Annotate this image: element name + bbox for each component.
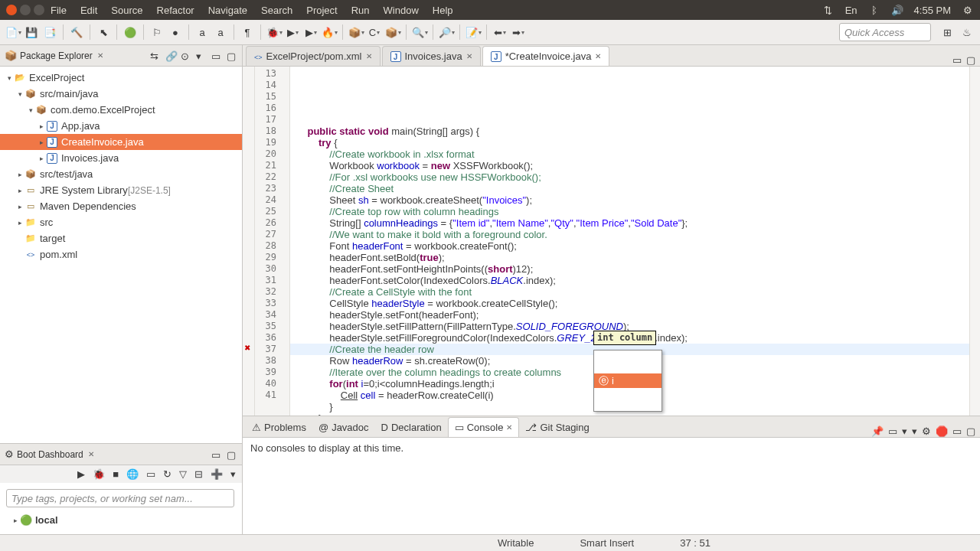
boot-stop-icon[interactable]: ■ [113, 468, 119, 480]
language-indicator[interactable]: En [845, 4, 858, 16]
annotation-prev-button[interactable]: a [212, 24, 229, 41]
tree-item[interactable]: ▾com.demo.ExcelProject [0, 102, 242, 118]
maximize-view-icon[interactable]: ▢ [227, 51, 237, 61]
tree-item[interactable]: ▸Maven Dependencies [0, 198, 242, 214]
tree-item[interactable]: ▸src/test/java [0, 166, 242, 182]
boot-menu-icon[interactable]: ▾ [230, 468, 236, 480]
console-pin-icon[interactable]: 📌 [871, 425, 884, 437]
console-prefs-icon[interactable]: ⚙ [922, 425, 931, 437]
maximize-boot-icon[interactable]: ▢ [227, 449, 237, 460]
tree-toggle-icon[interactable]: ▸ [37, 122, 46, 130]
tree-toggle-icon[interactable]: ▾ [26, 106, 35, 114]
tree-toggle-icon[interactable]: ▸ [15, 219, 24, 227]
package-explorer-tree[interactable]: ▾ExcelProject▾src/main/java▾com.demo.Exc… [0, 67, 242, 443]
tree-item[interactable]: ▸App.java [0, 118, 242, 134]
boot-collapse-icon[interactable]: ⊟ [194, 468, 203, 480]
run-button[interactable]: ▶ [284, 24, 301, 41]
editor-tab[interactable]: *CreateInvoice.java✕ [482, 46, 610, 66]
boot-refresh-icon[interactable]: ↻ [163, 468, 172, 480]
menu-run[interactable]: Run [351, 5, 370, 16]
console-open-icon[interactable]: ▾ [912, 425, 917, 437]
open-type-button[interactable]: 🔍 [411, 24, 428, 41]
code-editor[interactable]: 13 14 15 16 17 18 19 20 21 22 23 24 25 2… [243, 67, 980, 416]
maximize-icon[interactable] [34, 5, 44, 15]
minimize-view-icon[interactable]: ▭ [211, 51, 222, 61]
tree-item[interactable]: ▾ExcelProject [0, 70, 242, 86]
boot-add-icon[interactable]: ➕ [211, 468, 223, 480]
menu-navigate[interactable]: Navigate [208, 5, 247, 16]
clock[interactable]: 4:55 PM [914, 5, 951, 16]
build-button[interactable]: 🔨 [68, 24, 85, 41]
tree-item[interactable]: target [0, 230, 242, 246]
boot-debug-icon[interactable]: 🐞 [93, 468, 105, 480]
quick-access-input[interactable]: Quick Access [839, 23, 931, 41]
run-last-button[interactable]: 🔥 [321, 24, 338, 41]
volume-icon[interactable]: 🔊 [891, 4, 903, 16]
bottom-tab-git-staging[interactable]: ⎇Git Staging [519, 417, 595, 437]
minimize-boot-icon[interactable]: ▭ [211, 449, 222, 460]
overview-ruler[interactable] [969, 67, 980, 416]
power-icon[interactable]: ⚙ [962, 4, 974, 16]
tab-close-icon[interactable]: ✕ [506, 423, 512, 432]
menu-source[interactable]: Source [111, 5, 142, 16]
show-whitespace-button[interactable]: ¶ [239, 24, 256, 41]
annotation-next-button[interactable]: a [194, 24, 211, 41]
tab-close-icon[interactable]: ✕ [466, 52, 472, 60]
tree-toggle-icon[interactable]: ▸ [37, 139, 46, 146]
tree-toggle-icon[interactable]: ▸ [15, 187, 24, 194]
new-button[interactable]: 📄 [5, 24, 21, 41]
tree-item[interactable]: ▸Invoices.java [0, 150, 242, 166]
bottom-tab-declaration[interactable]: DDeclaration [375, 417, 448, 437]
coverage-button[interactable]: ▶ [302, 24, 319, 41]
autocomplete-popup[interactable]: ⓔ i [593, 350, 662, 412]
boot-local-item[interactable]: ▸ 🟢 local [6, 512, 236, 528]
view-menu-icon[interactable]: ▾ [196, 51, 207, 61]
menu-search[interactable]: Search [261, 5, 292, 16]
menu-refactor[interactable]: Refactor [157, 5, 194, 16]
console-new-icon[interactable]: ▾ [902, 425, 907, 437]
new-java-button[interactable]: 📦 [348, 24, 364, 41]
bottom-maximize-icon[interactable]: ▢ [966, 425, 975, 437]
code-area[interactable]: int column ⓔ i public static void main(S… [290, 67, 969, 416]
pointer-icon[interactable]: ⬉ [95, 24, 112, 41]
bottom-tab-console[interactable]: ▭Console ✕ [448, 417, 520, 437]
close-icon[interactable] [6, 5, 17, 15]
java-perspective-button[interactable]: ♨ [959, 24, 975, 41]
boot-filter-input[interactable]: Type tags, projects, or working set nam.… [6, 489, 234, 507]
tree-toggle-icon[interactable]: ▸ [15, 203, 24, 210]
menu-window[interactable]: Window [384, 5, 419, 16]
tree-item[interactable]: ▸JRE System Library [J2SE-1.5] [0, 182, 242, 198]
console-stop-icon[interactable]: 🛑 [936, 425, 948, 437]
tree-item[interactable]: ▸src [0, 214, 242, 230]
tree-toggle-icon[interactable]: ▾ [5, 74, 14, 82]
bottom-minimize-icon[interactable]: ▭ [952, 425, 962, 437]
new-class-button[interactable]: C [366, 24, 383, 41]
close-boot-view-icon[interactable]: ✕ [88, 450, 94, 458]
tree-toggle-icon[interactable]: ▾ [15, 90, 24, 98]
boot-filter-icon[interactable]: ▽ [179, 468, 187, 480]
save-all-button[interactable]: 📑 [41, 24, 58, 41]
back-button[interactable]: ⬅ [492, 24, 508, 41]
menu-edit[interactable]: Edit [80, 5, 97, 16]
editor-minimize-icon[interactable]: ▭ [952, 54, 962, 66]
tasks-button[interactable]: 📝 [465, 24, 482, 41]
editor-maximize-icon[interactable]: ▢ [966, 54, 975, 66]
autocomplete-item[interactable]: ⓔ i [594, 373, 662, 388]
tab-close-icon[interactable]: ✕ [366, 52, 372, 60]
search-button[interactable]: 🔎 [438, 24, 455, 41]
tree-item[interactable]: pom.xml [0, 246, 242, 262]
focus-icon[interactable]: ⊙ [181, 51, 191, 61]
tree-toggle-icon[interactable]: ▸ [37, 155, 46, 162]
menu-help[interactable]: Help [433, 5, 453, 16]
bluetooth-icon[interactable]: ᛒ [868, 4, 880, 16]
link-editor-icon[interactable]: 🔗 [165, 51, 176, 61]
tab-close-icon[interactable]: ✕ [595, 52, 601, 60]
collapse-all-icon[interactable]: ⇆ [150, 51, 161, 61]
console-display-icon[interactable]: ▭ [888, 425, 897, 437]
forward-button[interactable]: ➡ [510, 24, 527, 41]
menu-file[interactable]: File [51, 5, 67, 16]
open-perspective-button[interactable]: ⊞ [939, 24, 956, 41]
close-view-icon[interactable]: ✕ [97, 51, 103, 60]
boot-browser-icon[interactable]: 🌐 [126, 468, 139, 480]
network-icon[interactable]: ⇅ [822, 4, 835, 16]
